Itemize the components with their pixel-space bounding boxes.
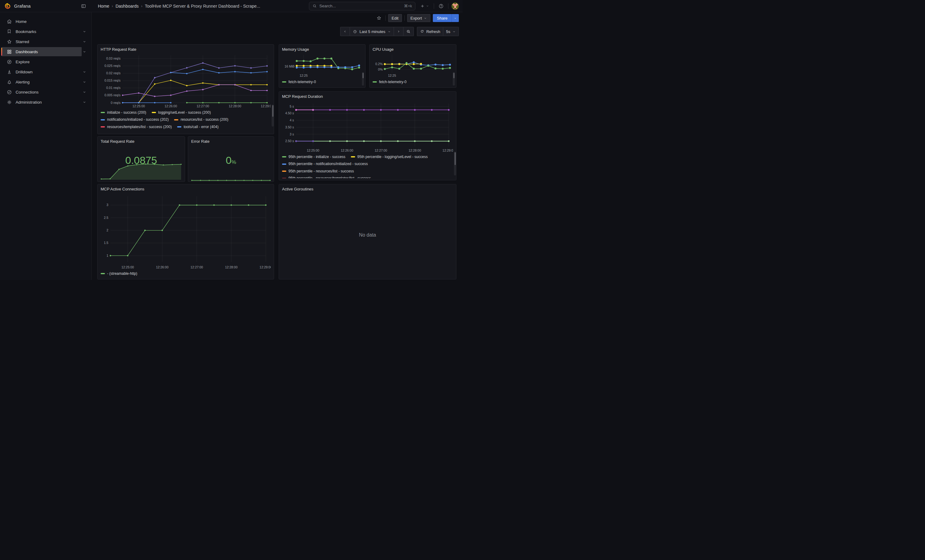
cpu-usage-chart[interactable]: 12:250.2%0%	[372, 53, 453, 78]
time-shift-back-button[interactable]	[340, 27, 350, 36]
edit-button[interactable]: Edit	[388, 14, 402, 22]
legend-item[interactable]: tools/call - success (200)	[101, 131, 148, 132]
legend-item[interactable]: 95th percentile - initialize - success	[282, 155, 345, 159]
legend-item[interactable]: 95th percentile - logging/setLevel - suc…	[351, 155, 428, 159]
breadcrumb-dashboards[interactable]: Dashboards	[116, 4, 139, 9]
legend-item[interactable]: unknown - success (200)	[204, 131, 252, 132]
panel-title[interactable]: HTTP Request Rate	[101, 47, 271, 52]
user-avatar[interactable]	[452, 3, 459, 10]
svg-text:12:25:00: 12:25:00	[121, 265, 134, 269]
error-rate-stat[interactable]: 0%	[191, 145, 271, 180]
mcp-request-duration-chart[interactable]: 12:25:0012:26:0012:27:0012:28:0012:29:00…	[282, 100, 453, 153]
legend-item[interactable]: notifications/initialized - success (202…	[101, 117, 169, 122]
sidebar-item-dashboards[interactable]: Dashboards	[0, 47, 92, 56]
legend-item[interactable]: logging/setLevel - success (200)	[152, 110, 211, 115]
sidebar-item-administration[interactable]: Administration	[0, 98, 92, 107]
legend-label: fetch-telemetry-0	[379, 80, 407, 85]
legend-item[interactable]: fetch-telemetry-0	[372, 80, 407, 85]
memory-usage-chart[interactable]: 12:2516 MiB	[282, 53, 362, 78]
help-button[interactable]	[437, 2, 445, 10]
sidebar-item-alerting[interactable]: Alerting	[0, 77, 92, 87]
sidebar-item-connections[interactable]: Connections	[0, 87, 92, 97]
panel-title[interactable]: MCP Active Connections	[101, 186, 271, 192]
header-right: Search... ⌘+k	[309, 2, 462, 11]
home-icon	[6, 18, 12, 24]
sidebar-item-home[interactable]: Home	[0, 17, 92, 26]
svg-text:12:25:00: 12:25:00	[133, 104, 145, 108]
legend-swatch	[177, 126, 181, 128]
svg-text:12:27:00: 12:27:00	[191, 265, 203, 269]
legend-item[interactable]: - (streamable-http)	[101, 271, 137, 276]
search-icon	[312, 4, 317, 8]
time-range-picker[interactable]: Last 5 minutes	[350, 27, 394, 36]
time-shift-forward-button[interactable]	[394, 27, 404, 36]
legend-item[interactable]: 95th percentile - resources/list - succe…	[282, 169, 354, 174]
favorite-star-button[interactable]	[375, 14, 383, 22]
search-placeholder: Search...	[319, 4, 402, 8]
export-button[interactable]: Export	[407, 14, 431, 22]
svg-text:12:27:00: 12:27:00	[375, 149, 387, 152]
breadcrumb-home[interactable]: Home	[98, 4, 109, 9]
legend-item[interactable]: initialize - success (200)	[101, 110, 146, 115]
sidebar-item-starred[interactable]: Starred	[0, 37, 92, 46]
chevron-down-icon	[452, 30, 456, 33]
panel-active-goroutines: Active Goroutines No data	[279, 184, 456, 279]
legend-item[interactable]: tools/call - error (404)	[177, 125, 218, 130]
legend-label: tools/list - success (200)	[160, 131, 199, 132]
search-input[interactable]: Search... ⌘+k	[309, 2, 416, 11]
http-request-rate-chart[interactable]: 12:25:0012:26:0012:27:0012:28:0012:29:00…	[101, 53, 271, 109]
svg-text:12:29:00: 12:29:00	[261, 104, 271, 108]
stat-value: 0%	[191, 155, 271, 166]
sidebar-item-explore[interactable]: Explore	[0, 57, 92, 66]
legend-scrollbar[interactable]	[272, 105, 274, 126]
svg-text:3 s: 3 s	[290, 132, 294, 136]
legend-item[interactable]: tools/list - success (200)	[153, 131, 199, 132]
chevron-down-icon	[453, 17, 457, 20]
panel-cpu-usage: CPU Usage 12:250.2%0% fetch-telemetry-0	[369, 44, 456, 88]
legend-scrollbar[interactable]	[453, 72, 455, 86]
sidebar-item-bookmarks[interactable]: Bookmarks	[0, 27, 92, 36]
stat-value: 0.0875	[101, 155, 182, 166]
sidebar-item-label: Dashboards	[16, 50, 82, 54]
panel-title[interactable]: Total Request Rate	[101, 139, 182, 144]
total-request-rate-stat[interactable]: 0.0875	[101, 145, 182, 180]
add-new-button[interactable]	[419, 2, 431, 10]
sidebar-item-label: Bookmarks	[16, 29, 82, 34]
mcp-active-connections-chart[interactable]: 12:25:0012:26:0012:27:0012:28:0012:29:00…	[101, 192, 271, 270]
sidebar-toggle-icon[interactable]	[80, 2, 87, 10]
sidebar-item-drilldown[interactable]: Drilldown	[0, 67, 92, 77]
legend-item[interactable]: resources/templates/list - success (200)	[101, 125, 172, 130]
svg-text:12:25:00: 12:25:00	[307, 149, 319, 152]
legend-scrollbar[interactable]	[454, 152, 456, 176]
drilldown-icon	[6, 69, 12, 75]
chevron-down-icon	[426, 4, 429, 8]
share-button[interactable]: Share	[433, 14, 452, 22]
panel-title[interactable]: Error Rate	[191, 139, 271, 144]
grafana-logo[interactable]	[4, 3, 11, 9]
panel-title[interactable]: MCP Request Duration	[282, 94, 453, 99]
legend-item[interactable]: fetch-telemetry-0	[282, 80, 316, 85]
svg-text:12:28:00: 12:28:00	[225, 265, 238, 269]
legend-label: 95th percentile - resources/list - succe…	[288, 169, 354, 174]
legend-item[interactable]: 95th percentile - resources/templates/li…	[282, 176, 371, 178]
no-data-message: No data	[282, 192, 453, 277]
bell-icon	[6, 79, 12, 85]
legend-swatch	[174, 119, 178, 120]
legend-item[interactable]: resources/list - success (200)	[174, 117, 228, 122]
legend-swatch	[282, 171, 286, 172]
panel-title[interactable]: Active Goroutines	[282, 186, 453, 192]
share-menu-caret[interactable]	[452, 14, 459, 22]
legend-swatch	[152, 112, 156, 113]
chevron-down-icon	[82, 100, 87, 104]
zoom-out-button[interactable]	[404, 27, 414, 36]
legend-item[interactable]: 95th percentile - notifications/initiali…	[282, 161, 368, 167]
panel-title[interactable]: Memory Usage	[282, 47, 362, 52]
svg-text:0.01 req/s: 0.01 req/s	[106, 86, 121, 90]
legend-scrollbar[interactable]	[362, 72, 364, 86]
chevron-down-icon	[82, 50, 87, 54]
panel-title[interactable]: CPU Usage	[372, 47, 453, 52]
refresh-interval-picker[interactable]: 5s	[443, 27, 459, 36]
refresh-button[interactable]: Refresh	[417, 27, 443, 36]
svg-text:12:29:00: 12:29:00	[260, 265, 271, 269]
legend-label: 95th percentile - resources/templates/li…	[288, 176, 371, 178]
